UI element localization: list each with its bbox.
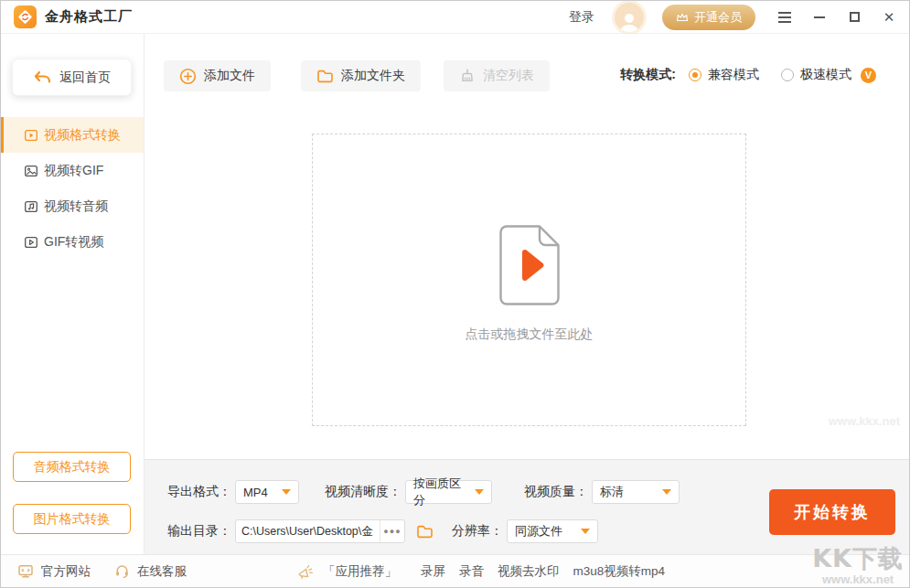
- vip-button-label: 开通会员: [694, 9, 742, 26]
- sidebar-item-label: GIF转视频: [44, 234, 103, 251]
- mode-option-label: 兼容模式: [708, 67, 759, 83]
- megaphone-icon: [296, 563, 314, 580]
- quality-label: 视频质量：: [524, 484, 588, 500]
- back-home-label: 返回首页: [59, 69, 111, 86]
- sidebar-item-gif-to-video[interactable]: GIF转视频: [1, 224, 144, 260]
- status-bar-links: 「应用推荐」 录屏 录音 视频去水印 m3u8视频转mp4: [296, 563, 665, 580]
- titlebar-right: 登录 开通会员 ✕: [569, 3, 896, 32]
- file-dropzone[interactable]: 点击或拖拽文件至此处: [312, 134, 746, 426]
- export-format-value: MP4: [243, 486, 268, 499]
- sidebar-item-label: 视频格式转换: [44, 127, 121, 144]
- official-site-label: 官方网站: [41, 563, 91, 580]
- export-format-label: 导出格式：: [167, 484, 231, 500]
- link-remove-watermark[interactable]: 视频去水印: [498, 563, 560, 580]
- resolution-value: 同源文件: [515, 523, 562, 540]
- settings-row-1: 导出格式： MP4 视频清晰度： 按画质区分 视频质量： 标清: [167, 480, 680, 504]
- app-logo-icon: [14, 5, 37, 28]
- link-m3u8-to-mp4[interactable]: m3u8视频转mp4: [573, 563, 666, 580]
- output-dir-value: C:\Users\User\Desktop\金: [236, 524, 380, 540]
- open-folder-button[interactable]: [416, 524, 434, 540]
- music-note-icon: [24, 199, 38, 214]
- back-home-button[interactable]: 返回首页: [12, 59, 132, 96]
- app-title: 金舟格式工厂: [45, 8, 133, 26]
- radio-selected-icon: [689, 69, 701, 81]
- video-document-icon: [498, 224, 561, 306]
- export-format-select[interactable]: MP4: [235, 480, 299, 504]
- chevron-down-icon: [475, 489, 484, 495]
- settings-row-2: 输出目录： C:\Users\User\Desktop\金 ●●● 分辨率： 同…: [167, 519, 598, 543]
- add-file-label: 添加文件: [204, 68, 255, 84]
- chevron-down-icon: [581, 529, 590, 534]
- mode-label: 转换模式:: [620, 67, 676, 83]
- resolution-select[interactable]: 同源文件: [507, 519, 598, 543]
- chevron-down-icon: [282, 489, 291, 495]
- file-toolbar: 添加文件 添加文件夹 清空列表: [164, 60, 550, 91]
- link-audio-record[interactable]: 录音: [459, 563, 484, 580]
- main-area: 添加文件 添加文件夹 清空列表: [145, 34, 910, 556]
- crown-icon: [676, 12, 689, 23]
- maximize-button[interactable]: [847, 10, 862, 25]
- mode-option-label: 极速模式: [800, 67, 851, 83]
- sidebar-item-label: 视频转音频: [44, 198, 108, 215]
- sidebar-menu: 视频格式转换 视频转GIF: [1, 117, 144, 260]
- vip-badge-icon: V: [861, 68, 876, 83]
- mode-option-fast[interactable]: 极速模式: [781, 67, 851, 83]
- app-menu-icon[interactable]: [777, 10, 792, 25]
- quality-select[interactable]: 标清: [592, 480, 680, 504]
- play-video-icon: [24, 235, 38, 250]
- minimize-button[interactable]: [812, 10, 827, 25]
- chevron-down-icon: [662, 489, 671, 495]
- clarity-select[interactable]: 按画质区分: [405, 480, 492, 504]
- audio-format-convert-button[interactable]: 音频格式转换: [13, 452, 131, 482]
- avatar[interactable]: [615, 3, 644, 32]
- title-bar: 金舟格式工厂 登录 开通会员: [1, 1, 909, 34]
- output-dir-input[interactable]: C:\Users\User\Desktop\金 ●●●: [235, 519, 405, 543]
- headset-icon: [114, 563, 130, 579]
- close-button[interactable]: ✕: [882, 10, 896, 25]
- monitor-icon: [17, 563, 34, 579]
- vip-button[interactable]: 开通会员: [662, 5, 755, 30]
- quality-value: 标清: [600, 484, 624, 500]
- online-support-label: 在线客服: [137, 563, 187, 580]
- clear-list-label: 清空列表: [483, 68, 534, 84]
- start-convert-button[interactable]: 开始转换: [769, 489, 895, 535]
- folder-icon: [316, 69, 334, 84]
- mode-option-compatible[interactable]: 兼容模式: [689, 67, 759, 83]
- dropzone-hint: 点击或拖拽文件至此处: [466, 326, 594, 343]
- official-site-link[interactable]: 官方网站: [17, 563, 91, 580]
- clear-brush-icon: [459, 68, 476, 84]
- window-controls: ✕: [777, 10, 896, 25]
- site-watermark-url: www.kkx.net: [829, 414, 900, 428]
- video-file-icon: [24, 128, 38, 143]
- settings-panel: 导出格式： MP4 视频清晰度： 按画质区分 视频质量： 标清 输出目录：: [145, 459, 910, 556]
- app-recommend-label: 「应用推荐」: [323, 563, 397, 580]
- image-icon: [24, 164, 38, 178]
- clarity-value: 按画质区分: [413, 476, 467, 508]
- sidebar: 返回首页 视频格式转换: [1, 34, 145, 556]
- conversion-mode-row: 转换模式: 兼容模式 极速模式 V: [620, 61, 876, 89]
- plus-circle-icon: [179, 68, 197, 85]
- sidebar-item-label: 视频转GIF: [44, 163, 103, 179]
- back-arrow-icon: [33, 69, 51, 86]
- sidebar-item-video-to-gif[interactable]: 视频转GIF: [1, 153, 144, 188]
- app-recommend-link[interactable]: 「应用推荐」: [296, 563, 397, 580]
- add-folder-button[interactable]: 添加文件夹: [301, 60, 421, 91]
- output-dir-more-button[interactable]: ●●●: [380, 520, 404, 542]
- radio-unselected-icon: [781, 69, 794, 81]
- sidebar-item-video-to-audio[interactable]: 视频转音频: [1, 188, 144, 224]
- image-format-convert-button[interactable]: 图片格式转换: [13, 504, 131, 534]
- login-link[interactable]: 登录: [569, 9, 594, 26]
- clarity-label: 视频清晰度：: [325, 484, 401, 500]
- link-screen-record[interactable]: 录屏: [421, 563, 445, 580]
- status-bar: 官方网站 在线客服: [1, 554, 909, 587]
- add-folder-label: 添加文件夹: [341, 68, 405, 84]
- sidebar-item-video-format-convert[interactable]: 视频格式转换: [1, 117, 144, 153]
- app-window: 金舟格式工厂 登录 开通会员: [0, 0, 910, 588]
- clear-list-button[interactable]: 清空列表: [444, 60, 550, 91]
- output-dir-label: 输出目录：: [167, 523, 231, 540]
- online-support-link[interactable]: 在线客服: [114, 563, 187, 580]
- resolution-label: 分辨率：: [452, 523, 503, 540]
- add-file-button[interactable]: 添加文件: [164, 60, 271, 91]
